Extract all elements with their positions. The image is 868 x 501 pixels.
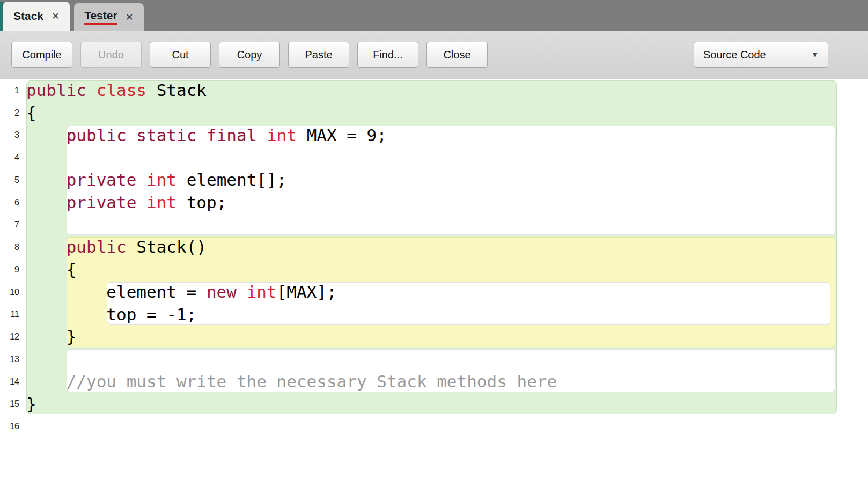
code-line-7 (25, 214, 868, 237)
line-number[interactable]: 15 (0, 393, 24, 416)
code-text (237, 282, 247, 301)
code-line-6: private int top; (25, 191, 868, 214)
code-text: static (136, 126, 196, 145)
code-line-5: private int element[]; (25, 169, 868, 191)
code-text: class (97, 80, 146, 100)
code-text: { (26, 260, 76, 279)
line-number[interactable]: 6 (0, 191, 24, 214)
code-area[interactable]: public class Stack{ public static final … (25, 79, 868, 501)
code-line-9: { (25, 259, 868, 281)
code-line-12: } (25, 326, 868, 348)
undo-button: Undo (80, 42, 142, 68)
line-number[interactable]: 13 (0, 348, 24, 371)
code-text (256, 126, 267, 145)
line-number[interactable]: 9 (0, 259, 24, 281)
tab-close-icon[interactable]: ✕ (52, 10, 60, 22)
code-text: int (146, 193, 176, 212)
tab-tester[interactable]: Tester✕ (74, 3, 144, 31)
code-line-10: element = new int[MAX]; (25, 281, 868, 304)
view-selector-dropdown[interactable]: Source Code ▼ (694, 42, 828, 68)
code-text (26, 237, 67, 256)
code-text (26, 170, 67, 189)
code-line-3: public static final int MAX = 9; (25, 124, 868, 147)
tab-stack[interactable]: Stack✕ (3, 2, 70, 31)
paste-button[interactable]: Paste (288, 42, 349, 68)
line-number[interactable]: 1 (0, 79, 24, 102)
view-selector-value: Source Code (703, 49, 766, 61)
comment-text: //you must write the necessary Stack met… (26, 372, 557, 391)
line-number[interactable]: 14 (0, 371, 24, 393)
chevron-down-icon: ▼ (811, 50, 819, 59)
line-number[interactable]: 12 (0, 326, 24, 348)
find-button[interactable]: Find... (357, 42, 418, 68)
source-code-editor[interactable]: 12345678910111213141516 public class Sta… (0, 79, 868, 501)
line-number[interactable]: 2 (0, 102, 24, 124)
code-text (136, 193, 146, 212)
code-line-15: } (25, 393, 868, 416)
code-text: private (67, 193, 137, 212)
code-text: int (146, 170, 176, 189)
code-text: public (67, 237, 127, 256)
code-line-14: //you must write the necessary Stack met… (25, 371, 868, 393)
code-text: int (267, 126, 297, 145)
code-text: } (26, 394, 36, 414)
code-text (86, 80, 97, 100)
code-text (196, 126, 207, 145)
tab-bar: Stack✕Tester✕ (0, 0, 868, 31)
toolbar: CompileUndoCutCopyPasteFind...Close Sour… (0, 31, 868, 79)
line-number[interactable]: 11 (0, 304, 24, 326)
code-text: final (207, 126, 256, 145)
code-text: public (26, 80, 86, 100)
line-number[interactable]: 5 (0, 169, 24, 191)
tab-bar-tabs: Stack✕Tester✕ (3, 0, 144, 31)
toolbar-buttons: CompileUndoCutCopyPasteFind...Close (11, 42, 488, 68)
copy-button[interactable]: Copy (219, 42, 280, 68)
tab-label: Stack (13, 10, 43, 23)
code-lines: public class Stack{ public static final … (25, 79, 868, 438)
bluej-editor-window: Stack✕Tester✕ CompileUndoCutCopyPasteFin… (0, 0, 868, 501)
code-text: MAX = 9; (297, 126, 387, 145)
code-text: public (67, 126, 127, 145)
code-text (127, 126, 137, 145)
code-text (26, 126, 67, 145)
line-number[interactable]: 7 (0, 214, 24, 237)
code-text: int (247, 282, 277, 301)
code-text: new (207, 282, 237, 301)
code-text: top; (176, 193, 226, 212)
code-text: private (67, 170, 137, 189)
compile-button[interactable]: Compile (11, 42, 72, 68)
code-text: } (26, 327, 76, 346)
tab-close-icon[interactable]: ✕ (126, 11, 134, 23)
code-line-2: { (25, 102, 868, 124)
code-text: top = -1; (26, 305, 196, 324)
code-line-11: top = -1; (25, 304, 868, 326)
code-text: element = (26, 282, 207, 301)
line-number[interactable]: 4 (0, 146, 24, 169)
line-number[interactable]: 3 (0, 124, 24, 147)
code-line-13 (25, 348, 868, 371)
line-number-gutter[interactable]: 12345678910111213141516 (0, 79, 24, 501)
code-text: { (26, 103, 36, 122)
code-line-8: public Stack() (25, 236, 868, 259)
line-number[interactable]: 16 (0, 415, 24, 438)
close-button[interactable]: Close (426, 42, 488, 68)
code-text (26, 193, 67, 212)
cut-button[interactable]: Cut (150, 42, 211, 68)
code-line-16 (25, 415, 868, 438)
code-text (136, 170, 146, 189)
code-line-4 (25, 146, 868, 169)
line-number[interactable]: 10 (0, 281, 24, 304)
line-number[interactable]: 8 (0, 236, 24, 259)
code-text: element[]; (176, 170, 286, 189)
code-line-1: public class Stack (25, 79, 868, 102)
code-text: [MAX]; (277, 282, 337, 301)
code-text: Stack (146, 80, 207, 100)
code-text: Stack() (127, 237, 207, 256)
tab-label: Tester (84, 9, 117, 25)
